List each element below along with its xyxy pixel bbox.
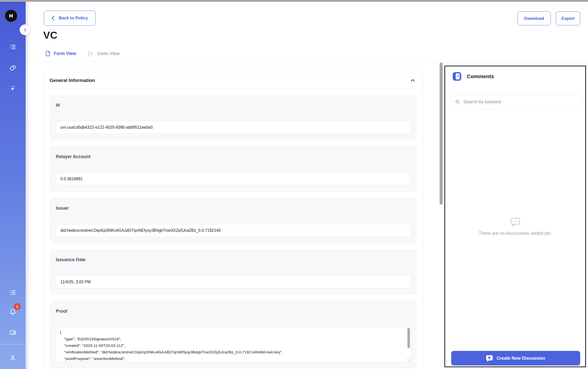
- download-button[interactable]: Download: [518, 11, 551, 25]
- svg-text:3: 3: [91, 52, 93, 56]
- field-group-relayer-account: Relayer Account: [50, 146, 417, 192]
- field-label: Id: [56, 103, 411, 108]
- field-label: Issuance Date: [56, 257, 411, 262]
- app-root: 1 Back to Policy Download Export VC Form…: [0, 0, 588, 369]
- field-label: Proof: [56, 309, 411, 314]
- sidebar-item-ai-assistant[interactable]: [8, 83, 18, 93]
- comments-search-box: [451, 95, 582, 109]
- field-group-issuance-date: Issuance Date: [50, 249, 417, 295]
- header-divider: [26, 62, 588, 62]
- relayer-account-field[interactable]: [56, 172, 411, 186]
- issuance-date-field[interactable]: [56, 275, 411, 289]
- user-icon: [9, 354, 16, 361]
- field-label: Relayer Account: [56, 154, 411, 159]
- sidebar: [0, 2, 26, 369]
- comments-panel-icon[interactable]: [453, 72, 461, 81]
- sidebar-item-policies[interactable]: [8, 42, 18, 52]
- window-top-strip: [0, 0, 588, 2]
- sidebar-expand-button[interactable]: [20, 24, 30, 35]
- comments-footer-divider: [445, 345, 585, 345]
- document-icon: [45, 51, 51, 57]
- general-information-body: Id Relayer Account Issuer Issuance Date …: [44, 89, 423, 369]
- export-label: Export: [561, 16, 574, 21]
- wallet-icon: [9, 329, 16, 336]
- page-title: VC: [43, 30, 58, 41]
- proof-scrollbar-thumb[interactable]: [407, 328, 410, 348]
- tab-form-view[interactable]: Form View: [45, 51, 76, 57]
- issuer-field[interactable]: [56, 224, 411, 237]
- chevron-left-icon: [51, 15, 55, 21]
- collapse-section-button[interactable]: [409, 77, 416, 84]
- discussions-empty-state: There are no discussions added yet.: [445, 217, 585, 236]
- create-new-discussion-label: Create New Discussion: [497, 356, 545, 361]
- svg-text:1: 1: [88, 51, 90, 54]
- search-icon: [455, 99, 460, 104]
- chat-bubble-icon: [510, 217, 521, 227]
- svg-text:2: 2: [88, 54, 90, 57]
- sidebar-item-profile[interactable]: [8, 353, 18, 363]
- main-scrollbar-thumb[interactable]: [440, 63, 443, 205]
- comments-title: Comments: [467, 73, 494, 79]
- export-button[interactable]: Export: [556, 11, 580, 25]
- download-label: Download: [524, 16, 544, 21]
- sidebar-shadow: [26, 2, 30, 369]
- id-field[interactable]: [56, 121, 411, 134]
- chevron-up-icon: [410, 78, 415, 83]
- proof-textarea-wrap: { "type": "Ed25519Signature2018", "creat…: [56, 327, 411, 362]
- proof-resize-handle[interactable]: [407, 358, 410, 361]
- tab-form-view-label: Form View: [54, 51, 76, 56]
- view-tabs: Form View 1 2 3 Code View: [45, 51, 119, 57]
- sidebar-item-tokens[interactable]: [8, 63, 18, 73]
- field-group-issuer: Issuer: [50, 198, 417, 243]
- comments-header: Comments: [445, 66, 585, 86]
- comments-panel: Comments There are no discussions added …: [444, 66, 586, 367]
- general-information-card: General Information Id Relayer Account I…: [44, 72, 423, 369]
- field-group-id: Id: [50, 95, 417, 140]
- section-title: General Information: [50, 78, 95, 83]
- list-icon: [9, 43, 16, 51]
- list-icon: [9, 289, 16, 296]
- comments-search-input[interactable]: [464, 99, 578, 105]
- hedera-logo[interactable]: [5, 10, 17, 22]
- sidebar-item-logs[interactable]: [8, 288, 18, 298]
- general-information-header[interactable]: General Information: [44, 72, 423, 89]
- sidebar-divider: [0, 344, 26, 344]
- empty-discussions-text: There are no discussions added yet.: [445, 231, 585, 236]
- field-label: Issuer: [56, 206, 411, 211]
- back-to-policy-button[interactable]: Back to Policy: [44, 11, 96, 26]
- linked-rings-icon: [9, 64, 16, 71]
- tab-code-view-label: Code View: [97, 51, 119, 56]
- tab-code-view[interactable]: 1 2 3 Code View: [88, 51, 119, 57]
- create-new-discussion-button[interactable]: Create New Discussion: [451, 351, 580, 365]
- chat-plus-icon: [486, 355, 493, 361]
- sidebar-item-wallet[interactable]: [8, 327, 18, 337]
- sparkles-icon: [9, 84, 16, 91]
- field-group-proof: Proof { "type": "Ed25519Signature2018", …: [50, 301, 417, 368]
- back-to-policy-label: Back to Policy: [59, 16, 88, 21]
- proof-textarea[interactable]: { "type": "Ed25519Signature2018", "creat…: [56, 327, 411, 362]
- code-numbers-icon: 1 2 3: [88, 51, 94, 57]
- chevron-right-icon: [23, 28, 27, 32]
- notification-badge: 1: [14, 303, 21, 310]
- hedera-h-icon: [8, 13, 14, 19]
